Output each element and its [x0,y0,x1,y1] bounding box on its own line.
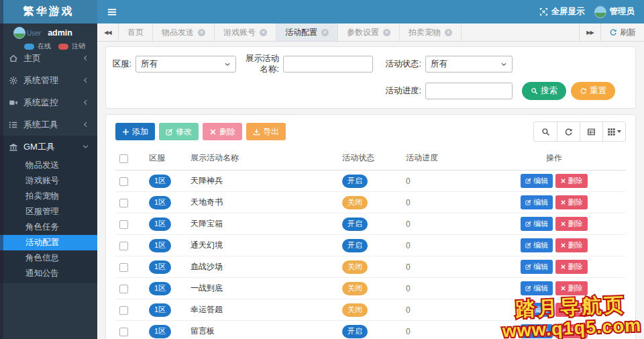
sidebar-item-gm-tools[interactable]: GM工具 [0,136,97,158]
row-delete-button[interactable]: 删除 [555,217,588,231]
activity-name: 留言板 [186,321,338,339]
row-delete-button[interactable]: 删除 [555,303,588,317]
edit-label: 编辑 [533,262,548,272]
tabs-back-button[interactable]: ◀◀ [97,23,119,41]
reset-label: 重置 [590,85,606,97]
modify-button[interactable]: 修改 [159,123,199,140]
tab-game-account[interactable]: 游戏账号 × [215,23,276,41]
tools-icon [9,120,18,130]
submenu-item-auction-pets[interactable]: 拍卖宠物 [0,189,97,204]
table-search-button[interactable] [534,122,557,141]
activity-progress: 0 [402,235,482,256]
tab-goods-send[interactable]: 物品发送 × [153,23,215,41]
sidebar: 繁华游戏 User admin 在线 注销 主页 系统管理 [0,0,97,339]
row-edit-button[interactable]: 编辑 [521,324,553,338]
table-panel: 添加 修改 删除 导出 [105,114,636,339]
row-delete-button[interactable]: 删除 [555,281,588,295]
row-checkbox[interactable] [119,328,128,336]
refresh-icon [580,87,587,95]
logout-link[interactable]: 注销 [72,42,85,51]
submenu-item-goods-send[interactable]: 物品发送 [0,158,97,173]
sidebar-item-label: 系统管理 [23,75,82,87]
row-checkbox[interactable] [119,263,128,272]
row-edit-button[interactable]: 编辑 [521,281,553,295]
export-button[interactable]: 导出 [246,123,286,140]
plus-icon [122,128,129,136]
row-delete-button[interactable]: 删除 [555,238,588,252]
sidebar-item-system-manage[interactable]: 系统管理 [0,69,97,91]
row-checkbox[interactable] [119,285,128,293]
status-select[interactable]: 所有 [425,56,513,72]
hamburger-icon[interactable] [107,7,117,17]
delete-button[interactable]: 删除 [203,123,242,140]
column-header-actions: 操作 [482,146,626,171]
row-edit-button[interactable]: 编辑 [521,174,553,188]
server-select[interactable]: 所有 [136,56,236,72]
export-label: 导出 [263,126,279,138]
fullscreen-button[interactable]: 全屏显示 [539,6,585,17]
tab-home[interactable]: 首页 [119,23,153,41]
tab-activity-config[interactable]: 活动配置 × [276,23,338,41]
sidebar-item-system-monitor[interactable]: 系统监控 [0,91,97,113]
row-delete-button[interactable]: 删除 [555,174,588,188]
columns-button[interactable] [602,122,625,141]
submenu-item-server-manage[interactable]: 区服管理 [0,204,97,220]
sidebar-item-label: 系统监控 [23,97,82,109]
online-link[interactable]: 在线 [38,42,51,51]
submenu-label: 游戏账号 [25,175,59,187]
chevron-left-icon [82,77,89,84]
submenu-item-role-task[interactable]: 角色任务 [0,220,97,235]
server-label: 区服: [111,59,131,70]
activity-name-input[interactable] [283,56,373,72]
close-icon[interactable]: × [383,29,390,36]
tab-refresh-button[interactable]: 刷新 [600,23,644,41]
submenu-item-notice[interactable]: 通知公告 [0,266,97,281]
row-edit-button[interactable]: 编辑 [521,195,553,209]
sidebar-item-system-tools[interactable]: 系统工具 [0,113,97,136]
x-icon [560,264,566,270]
row-checkbox[interactable] [119,177,128,186]
status-select-value: 所有 [431,58,447,70]
row-delete-button[interactable]: 删除 [555,260,588,274]
row-edit-button[interactable]: 编辑 [521,217,553,231]
submenu-item-activity-config[interactable]: 活动配置 [0,235,97,250]
row-edit-button[interactable]: 编辑 [521,260,553,274]
activity-name-label: 展示活动名称: [240,54,279,75]
tab-param-settings[interactable]: 参数设置 × [338,23,400,41]
row-checkbox[interactable] [119,306,128,315]
close-icon[interactable]: × [445,29,452,36]
activity-name: 天降神兵 [186,171,338,192]
submenu-label: 通知公告 [25,268,59,279]
add-button[interactable]: 添加 [115,123,155,140]
close-icon[interactable]: × [198,29,205,36]
search-button[interactable]: 搜索 [522,82,566,100]
reset-button[interactable]: 重置 [571,82,615,100]
row-delete-button[interactable]: 删除 [555,195,588,209]
tabs-forward-button[interactable]: ▶▶ [579,23,600,41]
activity-progress: 0 [402,278,482,299]
row-checkbox[interactable] [119,220,128,229]
row-edit-button[interactable]: 编辑 [521,303,553,317]
edit-icon [525,178,531,184]
activity-name: 天降宝箱 [186,213,338,235]
submenu-item-role-info[interactable]: 角色信息 [0,250,97,266]
user-menu[interactable]: 管理员 [594,6,635,18]
table-refresh-button[interactable] [557,122,580,141]
row-checkbox[interactable] [119,199,128,207]
row-checkbox[interactable] [119,242,128,250]
toggle-view-button[interactable] [580,122,602,141]
tab-label: 拍卖宠物 [409,27,441,38]
download-icon [253,128,260,136]
tab-auction-pets[interactable]: 拍卖宠物 × [400,23,462,41]
submenu-item-game-account[interactable]: 游戏账号 [0,173,97,189]
gear-icon [9,76,18,85]
close-icon[interactable]: × [260,29,267,36]
row-delete-button[interactable]: 删除 [555,324,588,338]
table-row: 1区 幸运答题 关闭 0 编辑 删除 [115,299,626,321]
server-badge: 1区 [149,303,171,317]
row-edit-button[interactable]: 编辑 [521,238,553,252]
x-icon [209,128,217,136]
select-all-checkbox[interactable] [119,154,128,163]
close-icon[interactable]: × [321,29,329,36]
progress-input[interactable] [425,83,513,99]
